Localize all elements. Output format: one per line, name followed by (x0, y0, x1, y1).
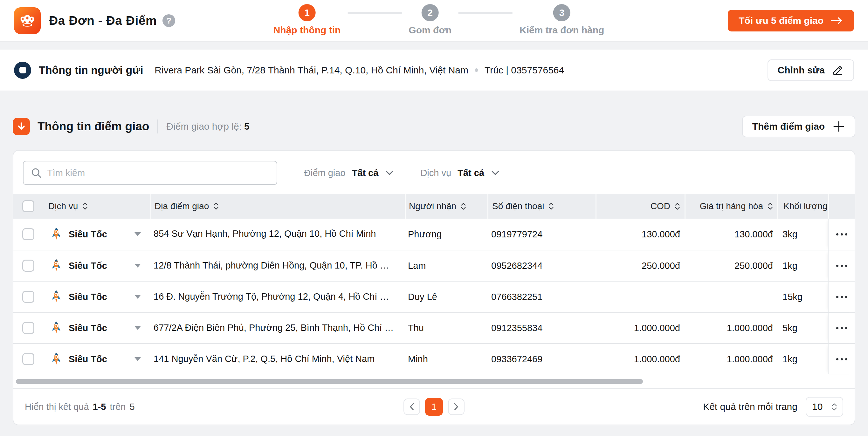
sender-address: Rivera Park Sài Gòn, 7/28 Thành Thái, P.… (155, 65, 468, 76)
per-page-select[interactable]: 10 (806, 397, 843, 416)
spinner-chevrons-icon (832, 403, 837, 410)
delivery-points-panel: Điểm giao Tất cả Dịch vụ Tất cả Dịch vụ (13, 150, 855, 425)
optimize-button[interactable]: Tối ưu 5 điểm giao (728, 10, 854, 31)
delivery-address: 854 Sư Vạn Hạnh, Phường 12, Quận 10, Hồ … (150, 219, 405, 250)
service-name: Siêu Tốc (69, 229, 107, 240)
step-3-label: Kiểm tra đơn hàng (520, 25, 604, 36)
row-checkbox[interactable] (22, 291, 34, 303)
phone-number: 0912355834 (488, 313, 595, 343)
table-footer: Hiển thị kết quả 1-5 trên 5 1 Kết quả tr… (13, 388, 855, 425)
table-row: Siêu Tốc 12/8 Thành Thái, phường Diên Hồ… (13, 250, 855, 281)
step-1[interactable]: 1 Nhập thông tin (273, 4, 341, 36)
column-cod[interactable]: COD (595, 194, 685, 219)
help-icon[interactable]: ? (162, 14, 175, 27)
add-button-label: Thêm điểm giao (752, 121, 825, 132)
row-checkbox[interactable] (22, 322, 34, 334)
sender-title: Thông tin người gửi (39, 64, 143, 76)
row-checkbox[interactable] (22, 228, 34, 240)
chevron-down-icon (491, 170, 499, 176)
column-goods-value[interactable]: Giá trị hàng hóa (685, 194, 777, 219)
chevron-down-icon[interactable] (134, 326, 141, 330)
more-options-button[interactable] (833, 293, 850, 301)
sort-icon (82, 202, 88, 210)
chevron-left-icon (409, 403, 414, 411)
chevron-down-icon (385, 170, 394, 176)
column-address[interactable]: Địa điểm giao (150, 194, 405, 219)
delivery-address: 16 Đ. Nguyễn Trường Tộ, Phường 12, Quận … (150, 281, 405, 312)
phone-number: 0952682344 (488, 250, 595, 281)
chevron-down-icon[interactable] (134, 264, 141, 268)
table-header: Dịch vụ Địa điểm giao Người nhận Số điện… (13, 194, 855, 219)
page-title: Đa Đơn - Đa Điểm (49, 14, 157, 28)
step-2-number: 2 (422, 4, 439, 21)
step-1-label: Nhập thông tin (273, 25, 341, 36)
service-filter-label: Dịch vụ (420, 168, 451, 178)
recipient-name: Phương (405, 219, 488, 250)
more-options-button[interactable] (833, 324, 850, 332)
column-phone[interactable]: Số điện thoại (488, 194, 595, 219)
next-page-button[interactable] (448, 399, 465, 415)
recipient-name: Lam (405, 250, 488, 281)
table-body: Siêu Tốc 854 Sư Vạn Hạnh, Phường 12, Quậ… (13, 219, 855, 374)
down-arrow-icon (13, 118, 30, 135)
cod-amount: 130.000đ (595, 219, 685, 250)
column-weight: Khối lượng (777, 194, 828, 219)
row-checkbox[interactable] (22, 353, 34, 365)
more-options-button[interactable] (833, 230, 850, 239)
filter-toolbar: Điểm giao Tất cả Dịch vụ Tất cả (13, 150, 855, 194)
column-service[interactable]: Dịch vụ (38, 194, 150, 219)
step-connector (459, 12, 513, 14)
step-2[interactable]: 2 Gom đơn (409, 4, 452, 36)
search-input[interactable] (47, 168, 270, 178)
plus-icon (832, 120, 845, 133)
row-checkbox[interactable] (22, 260, 34, 272)
previous-page-button[interactable] (403, 399, 420, 415)
optimize-button-label: Tối ưu 5 điểm giao (739, 15, 824, 26)
more-options-button[interactable] (833, 355, 850, 364)
step-connector (347, 12, 402, 14)
per-page-label: Kết quả trên mỗi trang (703, 401, 798, 412)
dot-separator-icon (475, 68, 478, 72)
rocket-icon (49, 321, 64, 335)
results-range: 1-5 (93, 402, 106, 412)
chevron-down-icon[interactable] (134, 295, 141, 299)
point-filter[interactable]: Điểm giao Tất cả (304, 168, 394, 178)
horizontal-scrollbar-thumb[interactable] (16, 379, 643, 384)
step-3[interactable]: 3 Kiểm tra đơn hàng (520, 4, 604, 36)
recipient-name: Duy Lê (405, 281, 488, 312)
chevron-down-icon[interactable] (134, 357, 141, 361)
chevron-down-icon[interactable] (134, 232, 141, 236)
current-page-button[interactable]: 1 (425, 398, 443, 416)
goods-value: 130.000đ (685, 219, 777, 250)
delivery-address: 677/2A Điện Biên Phủ, Phường 25, Bình Th… (150, 313, 405, 343)
point-filter-value: Tất cả (352, 168, 379, 178)
weight-value: 1kg (777, 344, 828, 374)
per-page-value: 10 (812, 401, 823, 412)
rocket-icon (49, 352, 64, 366)
pagination: 1 (403, 398, 465, 416)
table-row: Siêu Tốc 141 Nguyễn Văn Cừ, P.2, Q.5, Hồ… (13, 343, 855, 374)
service-name: Siêu Tốc (69, 292, 107, 302)
more-options-button[interactable] (833, 262, 850, 270)
service-filter-value: Tất cả (458, 168, 484, 178)
sender-contact: Trúc | 0357576564 (485, 65, 564, 76)
cod-amount (595, 281, 685, 312)
rocket-icon (49, 227, 64, 241)
sort-icon (213, 202, 219, 210)
select-all-checkbox[interactable] (22, 200, 34, 212)
valid-points-count: 5 (244, 121, 250, 132)
service-filter[interactable]: Dịch vụ Tất cả (420, 168, 499, 178)
delivery-section-title: Thông tin điểm giao (37, 120, 149, 133)
table-row: Siêu Tốc 16 Đ. Nguyễn Trường Tộ, Phường … (13, 281, 855, 312)
weight-value: 3kg (777, 219, 828, 250)
wizard-stepper: 1 Nhập thông tin 2 Gom đơn 3 Kiểm tra đơ… (273, 4, 604, 36)
edit-sender-button[interactable]: Chỉnh sửa (768, 60, 854, 81)
cod-amount: 1.000.000đ (595, 344, 685, 374)
column-recipient[interactable]: Người nhận (405, 194, 488, 219)
sort-icon (675, 202, 680, 210)
add-delivery-point-button[interactable]: Thêm điểm giao (742, 116, 855, 137)
spacer (0, 42, 868, 49)
recipient-name: Thu (405, 313, 488, 343)
service-name: Siêu Tốc (69, 323, 107, 333)
weight-value: 1kg (777, 250, 828, 281)
